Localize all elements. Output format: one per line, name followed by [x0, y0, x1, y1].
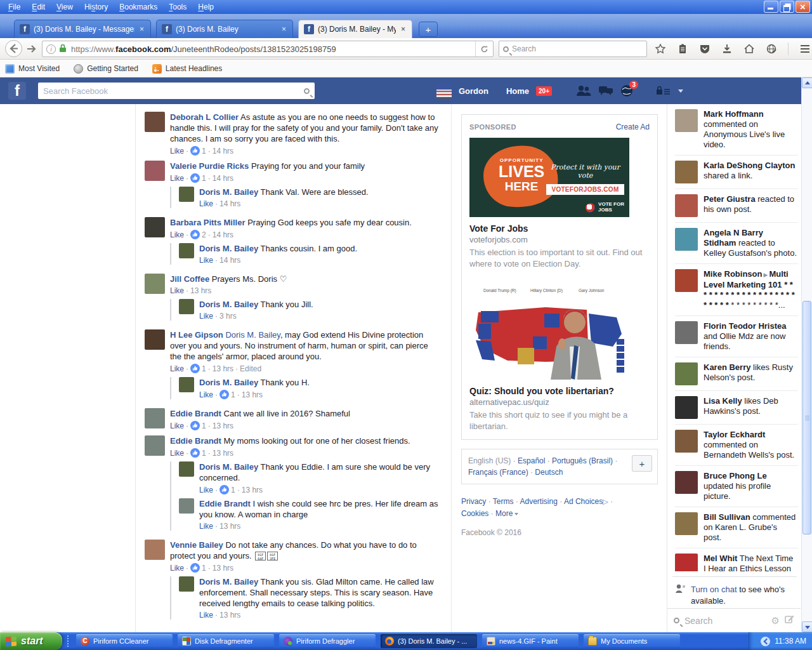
menu-tools[interactable]: Tools	[163, 1, 192, 13]
like-link[interactable]: Like	[199, 390, 213, 399]
language-link[interactable]: Español	[518, 456, 545, 465]
ad-title-link[interactable]: Quiz: Should you vote libertarian?	[469, 386, 650, 396]
like-link[interactable]: Like	[170, 564, 184, 573]
ticker-name-link[interactable]: Mark Hoffmann	[704, 109, 764, 119]
url-bar[interactable]: i https://www.facebook.com/JuneteenthRod…	[42, 41, 494, 57]
comment-author-link[interactable]: Eddie Brandt	[170, 409, 221, 418]
comment-author-link[interactable]: Doris M. Bailey	[199, 462, 258, 472]
avatar[interactable]	[179, 299, 194, 314]
like-link[interactable]: Like	[199, 522, 213, 531]
like-count-badge[interactable]: 1	[190, 448, 206, 458]
avatar[interactable]	[675, 554, 698, 571]
avatar[interactable]	[675, 396, 698, 419]
friend-requests-button[interactable]	[576, 85, 591, 96]
tab-close-icon[interactable]: ×	[280, 25, 287, 34]
avatar[interactable]	[145, 217, 165, 237]
turn-on-chat-link[interactable]: Turn on chat	[691, 585, 737, 594]
comment-author-link[interactable]: Eddie Brandt	[170, 436, 221, 446]
bookmark-star-icon[interactable]	[655, 43, 666, 55]
browser-tab[interactable]: f(3) Doris M. Bailey×	[156, 20, 293, 38]
menu-help[interactable]: Help	[192, 1, 219, 13]
ticker-item[interactable]: Bruce Phong Le updated his profile pictu…	[675, 466, 798, 507]
comment-author-link[interactable]: Deborah L Collier	[170, 112, 239, 122]
avatar[interactable]	[145, 435, 165, 456]
taskbar-button[interactable]: My Documents	[584, 634, 680, 648]
facebook-search-box[interactable]	[38, 83, 315, 99]
language-link[interactable]: Français (France)	[468, 468, 528, 477]
ticker-item[interactable]: Lisa Kelly likes Deb Hawkins's post.	[675, 391, 798, 425]
reload-button[interactable]	[475, 41, 493, 56]
avatar[interactable]	[145, 274, 165, 294]
scrollbar-thumb[interactable]	[802, 301, 811, 534]
ticker-name-link[interactable]: Karen Berry	[704, 362, 750, 372]
footer-link[interactable]: Cookies	[461, 509, 488, 518]
browser-scrollbar[interactable]	[801, 77, 812, 632]
chat-search-input[interactable]	[684, 616, 766, 626]
ticker-item[interactable]: Peter Giustra reacted to his own post.	[675, 189, 798, 223]
comment-author-link[interactable]: Doris M. Bailey	[199, 300, 258, 309]
avatar[interactable]	[145, 329, 165, 350]
footer-link[interactable]: Ad Choices	[564, 497, 603, 506]
taskbar-button[interactable]: Piriform CCleaner	[76, 634, 173, 648]
footer-link[interactable]: Advertising	[520, 497, 557, 506]
ticker-name-link[interactable]: Peter Giustra	[704, 194, 756, 204]
avatar[interactable]	[179, 377, 194, 392]
bookmark-rss[interactable]: Latest Headlines	[152, 64, 222, 74]
profile-name-link[interactable]: Gordon	[459, 86, 488, 96]
avatar[interactable]	[675, 269, 698, 292]
ticker-item[interactable]: Mel Whit The Next Time I Hear an Ethics …	[675, 548, 798, 571]
facebook-logo[interactable]: f	[8, 82, 26, 100]
ticker-item[interactable]: Mark Hoffmann commented on Anonymous Liv…	[675, 104, 798, 156]
mention-link[interactable]: Doris M. Bailey	[225, 330, 280, 340]
start-button[interactable]: start	[0, 632, 62, 650]
browser-search-input[interactable]	[512, 44, 643, 53]
menu-view[interactable]: View	[51, 1, 79, 13]
menu-hamburger-icon[interactable]	[799, 44, 811, 54]
tab-close-icon[interactable]: ×	[138, 25, 145, 34]
messages-button[interactable]	[598, 85, 613, 96]
ticker-item[interactable]: Florin Teodor Hristea and Ollie Mdz are …	[675, 316, 798, 357]
download-icon[interactable]	[721, 43, 733, 55]
like-link[interactable]: Like	[199, 256, 213, 265]
like-count-badge[interactable]: 1	[219, 390, 235, 399]
avatar[interactable]	[675, 194, 698, 217]
like-link[interactable]: Like	[170, 421, 184, 430]
minimize-button[interactable]	[764, 1, 778, 13]
bookmark-gettingstarted[interactable]: Getting Started	[74, 64, 138, 74]
ad-image[interactable]: Donald Trump (R) Hillary Clinton (D) Gar…	[469, 286, 629, 380]
ticker-name-link[interactable]: Angela N Barry Stidham	[704, 228, 763, 248]
add-language-button[interactable]: +	[632, 455, 652, 472]
avatar[interactable]	[675, 471, 698, 494]
new-tab-button[interactable]: +	[419, 22, 438, 37]
taskbar-button[interactable]: news-4.GIF - Paint	[482, 634, 579, 648]
notifications-button[interactable]: 3	[620, 84, 633, 97]
page-info-icon[interactable]: i	[46, 44, 56, 54]
comment-author-link[interactable]: Doris M. Bailey	[199, 187, 258, 197]
footer-link[interactable]: More	[495, 509, 513, 518]
comment-author-link[interactable]: Valerie Purdie Ricks	[170, 161, 249, 171]
ad-cta-button[interactable]: VOTEFORJOBS.COM	[546, 184, 624, 195]
comment-author-link[interactable]: Barbara Pitts Miller	[170, 218, 246, 227]
browser-tab[interactable]: f(3) Doris M. Bailey - Messages×	[14, 20, 151, 38]
comment-author-link[interactable]: Doris M. Bailey	[199, 577, 258, 587]
menu-file[interactable]: File	[3, 1, 26, 13]
avatar[interactable]	[179, 576, 194, 592]
avatar[interactable]	[675, 228, 698, 251]
ad-title-link[interactable]: Vote For Jobs	[469, 223, 650, 234]
browser-tab[interactable]: f(3) Doris M. Bailey - My curre...×	[298, 20, 412, 38]
comment-author-link[interactable]: H Lee Gipson	[170, 330, 223, 340]
avatar[interactable]	[179, 187, 194, 202]
avatar[interactable]	[675, 109, 698, 132]
like-link[interactable]: Like	[170, 449, 184, 458]
avatar[interactable]	[179, 461, 194, 477]
forward-button[interactable]	[25, 43, 37, 55]
like-link[interactable]: Like	[170, 364, 184, 373]
pocket-icon[interactable]	[699, 43, 710, 55]
browser-search-box[interactable]	[499, 41, 647, 57]
comment-author-link[interactable]: Eddie Brandt	[199, 499, 251, 508]
menu-edit[interactable]: Edit	[26, 1, 51, 13]
new-message-icon[interactable]	[785, 614, 794, 627]
ad-image[interactable]: OPPORTUNITY LIVES HERE Protect it with y…	[469, 138, 629, 217]
language-link[interactable]: Deutsch	[535, 468, 563, 477]
globe-edit-icon[interactable]	[766, 43, 777, 55]
